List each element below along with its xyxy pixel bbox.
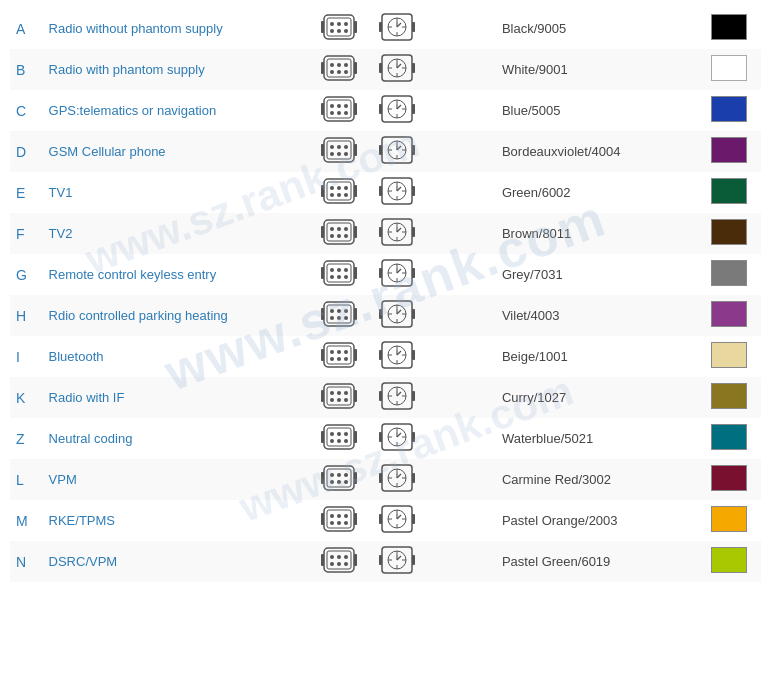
row-letter: F [10, 213, 43, 254]
svg-rect-101 [327, 223, 351, 241]
svg-point-144 [344, 309, 348, 313]
row-letter: E [10, 172, 43, 213]
svg-rect-100 [324, 220, 354, 244]
color-swatch [705, 377, 761, 418]
svg-point-187 [344, 398, 348, 402]
svg-rect-161 [327, 346, 351, 364]
color-swatch [705, 8, 761, 49]
svg-rect-8 [321, 21, 324, 33]
svg-rect-139 [412, 268, 415, 278]
svg-rect-259 [412, 514, 415, 524]
spacer [426, 500, 496, 541]
svg-rect-228 [321, 472, 324, 484]
svg-point-146 [337, 316, 341, 320]
svg-point-164 [344, 350, 348, 354]
svg-point-67 [344, 152, 348, 156]
table-row: I Bluetooth Beige/1001 [10, 336, 761, 377]
row-description: GPS:telematics or navigation [43, 90, 310, 131]
svg-rect-220 [324, 466, 354, 490]
svg-line-256 [397, 515, 401, 519]
svg-point-84 [344, 186, 348, 190]
svg-rect-129 [354, 267, 357, 279]
svg-point-143 [337, 309, 341, 313]
table-row: N DSRC/VPM Pastel Green/601 [10, 541, 761, 582]
svg-point-5 [330, 29, 334, 33]
svg-line-116 [397, 228, 401, 232]
spacer [426, 377, 496, 418]
connector-icon-1 [310, 213, 368, 254]
svg-point-45 [330, 111, 334, 115]
row-description: TV1 [43, 172, 310, 213]
row-description: Neutral coding [43, 418, 310, 459]
svg-rect-108 [321, 226, 324, 238]
svg-point-182 [330, 391, 334, 395]
svg-rect-268 [321, 554, 324, 566]
svg-point-147 [344, 316, 348, 320]
connector-icon-2 [368, 295, 426, 336]
svg-rect-261 [327, 551, 351, 569]
svg-point-244 [344, 514, 348, 518]
connector-icon-1 [310, 418, 368, 459]
svg-rect-28 [321, 62, 324, 74]
svg-point-63 [337, 145, 341, 149]
svg-point-105 [330, 234, 334, 238]
svg-rect-79 [412, 145, 415, 155]
color-swatch [705, 336, 761, 377]
color-name: Green/6002 [496, 172, 705, 213]
row-letter: L [10, 459, 43, 500]
svg-point-225 [330, 480, 334, 484]
connector-icon-1 [310, 8, 368, 49]
svg-point-222 [330, 473, 334, 477]
row-description: Radio with phantom supply [43, 49, 310, 90]
table-row: Z Neutral coding Waterblue/ [10, 418, 761, 459]
svg-point-106 [337, 234, 341, 238]
svg-rect-121 [327, 264, 351, 282]
svg-rect-189 [354, 390, 357, 402]
row-letter: N [10, 541, 43, 582]
color-name: Pastel Green/6019 [496, 541, 705, 582]
svg-point-242 [330, 514, 334, 518]
svg-rect-9 [354, 21, 357, 33]
svg-point-102 [330, 227, 334, 231]
row-letter: M [10, 500, 43, 541]
svg-rect-208 [321, 431, 324, 443]
svg-rect-141 [327, 305, 351, 323]
svg-rect-38 [379, 63, 382, 73]
color-name: Curry/1027 [496, 377, 705, 418]
svg-rect-0 [324, 15, 354, 39]
svg-point-7 [344, 29, 348, 33]
svg-point-265 [330, 562, 334, 566]
svg-line-56 [397, 105, 401, 109]
svg-rect-48 [321, 103, 324, 115]
svg-point-207 [344, 439, 348, 443]
svg-point-226 [337, 480, 341, 484]
svg-point-104 [344, 227, 348, 231]
spacer [426, 172, 496, 213]
svg-rect-19 [412, 22, 415, 32]
svg-line-136 [397, 269, 401, 273]
spacer [426, 213, 496, 254]
row-description: Remote control keyless entry [43, 254, 310, 295]
svg-rect-109 [354, 226, 357, 238]
svg-line-276 [397, 556, 401, 560]
svg-rect-98 [379, 186, 382, 196]
svg-point-184 [344, 391, 348, 395]
color-swatch [705, 254, 761, 295]
svg-line-76 [397, 146, 401, 150]
svg-rect-181 [327, 387, 351, 405]
svg-rect-218 [379, 432, 382, 442]
svg-rect-89 [354, 185, 357, 197]
svg-point-246 [337, 521, 341, 525]
connector-icon-2 [368, 172, 426, 213]
svg-point-24 [344, 63, 348, 67]
svg-point-107 [344, 234, 348, 238]
main-container: www.sz.rank.com www.sz.rank.com www.sz.r… [0, 0, 771, 590]
svg-point-202 [330, 432, 334, 436]
svg-rect-249 [354, 513, 357, 525]
svg-rect-219 [412, 432, 415, 442]
connector-icon-2 [368, 541, 426, 582]
color-name: Carmine Red/3002 [496, 459, 705, 500]
svg-point-247 [344, 521, 348, 525]
main-table: A Radio without phantom supply [10, 8, 761, 582]
color-name: Grey/7031 [496, 254, 705, 295]
